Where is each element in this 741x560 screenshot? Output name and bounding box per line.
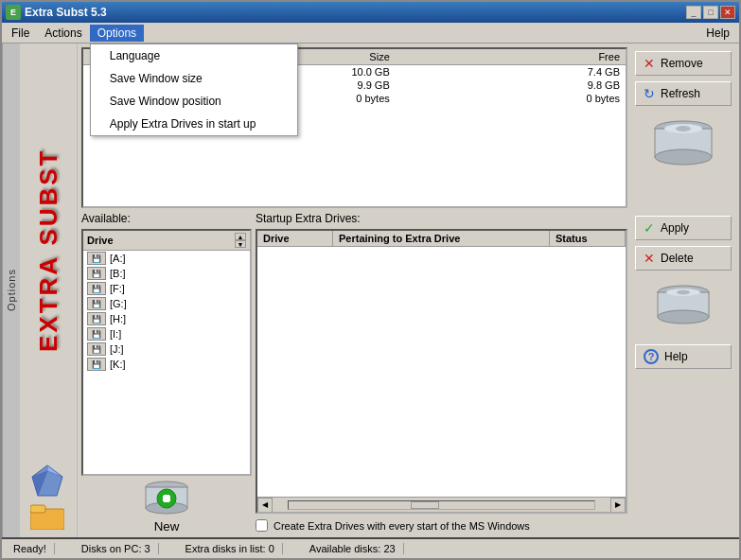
folder-icon xyxy=(30,501,64,530)
list-item[interactable]: 💾 [B:] xyxy=(83,266,250,281)
drive-item-icon: 💾 xyxy=(87,267,106,280)
scrollbar-thumb[interactable] xyxy=(411,501,439,509)
startup-table[interactable]: Drive Pertaining to Extra Drive Status ◀… xyxy=(256,229,627,514)
drive-listbox[interactable]: Drive ▲ ▼ 💾 [A:] � xyxy=(81,229,252,476)
disk-icon-bottom xyxy=(655,284,712,331)
titlebar: E Extra Subst 5.3 _ □ ✕ xyxy=(2,2,739,23)
free-2: 9.8 GB xyxy=(396,79,626,92)
list-item[interactable]: 💾 [J:] xyxy=(83,341,250,357)
main-window: E Extra Subst 5.3 _ □ ✕ File Actions Opt… xyxy=(0,0,741,560)
svg-point-18 xyxy=(658,310,709,324)
scrollbar-track[interactable] xyxy=(288,500,595,510)
startup-table-header: Drive Pertaining to Extra Drive Status xyxy=(257,231,626,247)
drive-item-icon: 💾 xyxy=(87,312,106,325)
startup-checkbox-label[interactable]: Create Extra Drives with every start of … xyxy=(273,520,530,532)
app-icon: E xyxy=(6,5,21,20)
refresh-button[interactable]: ↻ Refresh xyxy=(635,81,732,106)
drive-item-icon: 💾 xyxy=(87,282,106,295)
drive-listbox-header: Drive ▲ ▼ xyxy=(83,231,250,251)
startup-checkbox[interactable] xyxy=(256,519,268,532)
menu-file[interactable]: File xyxy=(4,25,37,42)
menu-actions[interactable]: Actions xyxy=(37,25,89,42)
titlebar-controls: _ □ ✕ xyxy=(686,6,735,19)
status-disks-pc: Disks on PC: 3 xyxy=(74,543,159,554)
menubar: File Actions Options Language Save Windo… xyxy=(2,23,739,44)
drive-item-icon: 💾 xyxy=(87,342,106,356)
startup-col-extra: Pertaining to Extra Drive xyxy=(333,231,550,246)
sidebar: Options EXTRA SUBST xyxy=(2,44,78,537)
status-ready: Ready! xyxy=(6,543,55,554)
list-item[interactable]: 💾 [H:] xyxy=(83,311,250,326)
drive-listbox-content[interactable]: 💾 [A:] 💾 [B:] 💾 [F:] xyxy=(83,251,250,474)
list-item[interactable]: 💾 [K:] xyxy=(83,357,250,372)
scroll-up-button[interactable]: ▲ xyxy=(235,233,246,240)
startup-col-drive: Drive xyxy=(257,231,333,246)
sidebar-text: EXTRA SUBST xyxy=(34,148,63,352)
menu-language[interactable]: Language xyxy=(91,44,297,67)
menu-apply-extra-drives[interactable]: Apply Extra Drives in start up xyxy=(91,113,297,135)
drive-item-icon: 💾 xyxy=(87,358,106,371)
list-item[interactable]: 💾 [F:] xyxy=(83,281,250,296)
startup-scrollbar[interactable]: ◀ ▶ xyxy=(257,497,626,512)
status-extra-disks: Extra disks in list: 0 xyxy=(178,543,283,554)
new-label: New xyxy=(154,519,180,534)
apply-icon: ✓ xyxy=(644,220,655,236)
list-item[interactable]: 💾 [G:] xyxy=(83,296,250,311)
disk-icon-top xyxy=(653,119,715,171)
checkbox-area: Create Extra Drives with every start of … xyxy=(256,517,627,534)
remove-button[interactable]: ✕ Remove xyxy=(635,51,732,76)
options-tab-label: Options xyxy=(2,44,20,537)
list-item[interactable]: 💾 [A:] xyxy=(83,251,250,266)
menu-help[interactable]: Help xyxy=(698,25,737,42)
col-free: Free xyxy=(396,49,626,65)
drive-item-icon: 💾 xyxy=(87,327,106,341)
startup-table-body[interactable] xyxy=(257,247,626,497)
svg-rect-15 xyxy=(164,495,169,502)
menu-options[interactable]: Options Language Save Window size Save W… xyxy=(90,25,144,42)
window-title: Extra Subst 5.3 xyxy=(25,6,107,19)
free-1: 7.4 GB xyxy=(396,65,626,79)
delete-icon: ✕ xyxy=(644,251,655,266)
minimize-button[interactable]: _ xyxy=(686,6,701,19)
bottom-section: Available: Drive ▲ ▼ 💾 [A: xyxy=(81,212,735,534)
available-label: Available: xyxy=(81,212,252,225)
svg-point-7 xyxy=(655,149,712,165)
new-drive-icon xyxy=(143,480,190,517)
apply-button[interactable]: ✓ Apply xyxy=(635,216,732,240)
drive-item-icon: 💾 xyxy=(87,252,106,265)
delete-button[interactable]: ✕ Delete xyxy=(635,246,732,271)
right-buttons: ✓ Apply ✕ Delete xyxy=(631,212,735,534)
startup-col-status: Status xyxy=(550,231,626,246)
options-dropdown: Language Save Window size Save Window po… xyxy=(90,44,298,136)
available-panel: Available: Drive ▲ ▼ 💾 [A: xyxy=(81,212,252,534)
top-buttons: ✕ Remove ↻ Refresh xyxy=(631,47,735,208)
scroll-down-button[interactable]: ▼ xyxy=(235,240,246,248)
startup-label: Startup Extra Drives: xyxy=(256,212,627,225)
new-button[interactable]: New xyxy=(143,480,190,534)
scroll-left-button[interactable]: ◀ xyxy=(257,498,273,513)
help-button[interactable]: ? Help xyxy=(635,344,732,369)
drive-item-icon: 💾 xyxy=(87,297,106,310)
svg-point-9 xyxy=(676,126,691,131)
menu-save-window-pos[interactable]: Save Window position xyxy=(91,90,297,113)
refresh-icon: ↻ xyxy=(644,86,655,101)
svg-point-20 xyxy=(677,290,690,295)
free-3: 0 bytes xyxy=(396,92,626,105)
svg-rect-4 xyxy=(30,505,45,513)
new-btn-area: New xyxy=(81,480,252,534)
list-item[interactable]: 💾 [I:] xyxy=(83,326,250,341)
remove-icon: ✕ xyxy=(644,56,655,71)
startup-panel: Startup Extra Drives: Drive Pertaining t… xyxy=(256,212,627,534)
menu-save-window-size[interactable]: Save Window size xyxy=(91,67,297,90)
gem-icon xyxy=(30,464,64,498)
maximize-button[interactable]: □ xyxy=(703,6,718,19)
close-button[interactable]: ✕ xyxy=(720,6,735,19)
scroll-right-button[interactable]: ▶ xyxy=(610,498,626,513)
status-available-disks: Available disks: 23 xyxy=(302,543,404,554)
statusbar: Ready! Disks on PC: 3 Extra disks in lis… xyxy=(2,537,739,558)
help-icon: ? xyxy=(644,349,659,364)
